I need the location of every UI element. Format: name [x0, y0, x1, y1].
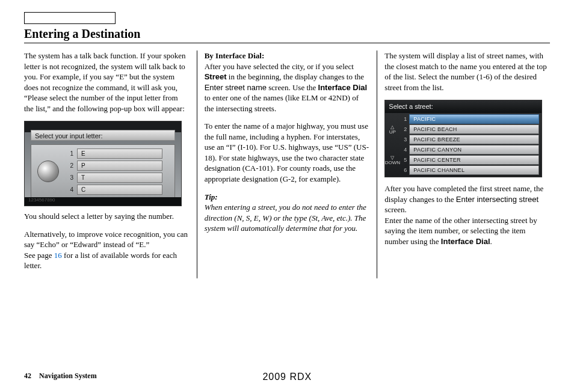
s1-row: 4C: [65, 183, 174, 195]
page-number: 42: [24, 372, 31, 380]
list-item: 3PACIFIC BREEZE: [400, 135, 539, 144]
up-arrow-icon: △UP: [389, 125, 396, 135]
footer-model: 2009 RDX: [97, 372, 478, 382]
col2-para2: To enter the name of a major highway, yo…: [205, 121, 370, 184]
s1-row: 3T: [65, 171, 174, 183]
list-item: 4PACIFIC CANYON: [400, 145, 539, 155]
col1-para2: You should select a letter by saying the…: [24, 211, 190, 222]
col3-para2: After you have completed the first stree…: [384, 183, 550, 247]
s2-arrows: △UP ▽DOWN: [385, 113, 400, 177]
list-item: 1PACIFIC: [400, 114, 539, 124]
screenshot-input-letter: Select your input letter: 1E 2P 3T 4C 12…: [24, 121, 182, 206]
list-item: 5PACIFIC CENTER: [400, 155, 539, 165]
column-2: By Interface Dial: After you have select…: [197, 51, 377, 278]
dial-icon: [37, 161, 59, 182]
s1-title: Select your input letter:: [31, 130, 175, 141]
page-footer: 42 Navigation System 2009 RDX: [24, 372, 550, 382]
title-rule: [24, 43, 550, 43]
s1-row: 1E: [65, 147, 174, 159]
col1-para1: The system has a talk back function. If …: [24, 51, 190, 114]
s1-list: 1E 2P 3T 4C: [65, 147, 174, 195]
s2-list: 1PACIFIC 2PACIFIC BEACH 3PACIFIC BREEZE …: [400, 113, 542, 177]
s1-bottom: 1234567890: [25, 197, 181, 206]
page-title: Entering a Destination: [24, 27, 550, 41]
top-empty-box: [24, 12, 116, 24]
list-item: 6PACIFIC CHANNEL: [400, 165, 539, 175]
col2-tip: Tip: When entering a street, you do not …: [205, 192, 370, 234]
col2-para1: By Interface Dial: After you have select…: [205, 51, 370, 114]
page-link-16[interactable]: 16: [54, 251, 62, 260]
down-arrow-icon: ▽DOWN: [385, 156, 400, 165]
col3-para1: The system will display a list of street…: [384, 51, 550, 93]
col1-para3: Alternatively, to improve voice recognit…: [24, 229, 190, 271]
col2-heading: By Interface Dial:: [205, 51, 265, 60]
s2-title: Select a street:: [385, 100, 542, 113]
column-3: The system will display a list of street…: [377, 51, 550, 278]
content-columns: The system has a talk back function. If …: [24, 51, 550, 278]
s1-row: 2P: [65, 159, 174, 171]
footer-section: Navigation System: [39, 372, 97, 380]
column-1: The system has a talk back function. If …: [24, 51, 197, 278]
screenshot-select-street: Select a street: △UP ▽DOWN 1PACIFIC 2PAC…: [384, 100, 542, 177]
list-item: 2PACIFIC BEACH: [400, 124, 539, 134]
